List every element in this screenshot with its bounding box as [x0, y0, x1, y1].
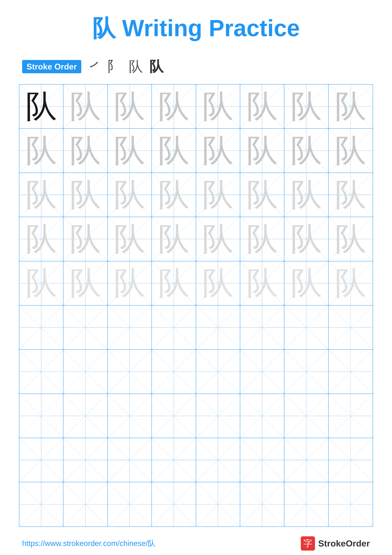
- practice-char: 队: [114, 135, 145, 167]
- grid-cell[interactable]: [240, 438, 284, 482]
- grid-cell[interactable]: [328, 482, 373, 526]
- grid-cell[interactable]: [196, 394, 240, 438]
- title-character: 队: [92, 15, 116, 41]
- svg-line-283: [284, 438, 328, 482]
- footer-url[interactable]: https://www.strokeorder.com/chinese/队: [22, 538, 156, 548]
- practice-char: 队: [291, 179, 322, 211]
- grid-cell[interactable]: [64, 394, 107, 438]
- svg-line-182: [240, 306, 284, 349]
- svg-line-275: [196, 438, 240, 482]
- svg-line-243: [196, 394, 240, 438]
- grid-cell[interactable]: [108, 482, 152, 526]
- grid-cell[interactable]: 队: [108, 173, 152, 217]
- grid-cell[interactable]: [19, 394, 64, 438]
- grid-cell[interactable]: 队: [64, 85, 107, 129]
- grid-cell[interactable]: 队: [328, 85, 373, 129]
- grid-cell[interactable]: 队: [284, 129, 328, 173]
- grid-cell[interactable]: 队: [284, 173, 328, 217]
- grid-cell[interactable]: 队: [64, 173, 107, 217]
- grid-row: 队 队 队 队 队 队 队: [19, 129, 373, 173]
- grid-cell[interactable]: 队: [64, 129, 107, 173]
- grid-cell[interactable]: 队: [108, 129, 152, 173]
- grid-cell[interactable]: [64, 350, 107, 394]
- grid-cell[interactable]: 队: [64, 261, 107, 306]
- grid-cell[interactable]: 队: [284, 261, 328, 306]
- grid-cell[interactable]: 队: [328, 217, 373, 261]
- grid-cell[interactable]: [284, 350, 328, 394]
- grid-cell[interactable]: [328, 394, 373, 438]
- grid-cell[interactable]: [64, 306, 107, 350]
- svg-line-259: [19, 438, 63, 482]
- grid-cell[interactable]: [284, 482, 328, 526]
- grid-cell[interactable]: [108, 438, 152, 482]
- grid-cell[interactable]: [240, 306, 284, 350]
- grid-cell[interactable]: [64, 482, 107, 526]
- grid-cell[interactable]: [108, 306, 152, 350]
- grid-cell[interactable]: [152, 482, 196, 526]
- grid-cell[interactable]: [19, 350, 64, 394]
- grid-cell[interactable]: 队: [108, 217, 152, 261]
- grid-cell[interactable]: 队: [240, 85, 284, 129]
- grid-cell[interactable]: [240, 482, 284, 526]
- grid-cell[interactable]: 队: [240, 217, 284, 261]
- grid-cell[interactable]: [108, 394, 152, 438]
- grid-cell[interactable]: 队: [196, 129, 240, 173]
- grid-cell[interactable]: 队: [196, 217, 240, 261]
- grid-cell[interactable]: [284, 438, 328, 482]
- grid-cell[interactable]: [240, 394, 284, 438]
- grid-cell[interactable]: 队: [328, 129, 373, 173]
- grid-cell[interactable]: [196, 306, 240, 350]
- grid-cell[interactable]: [196, 350, 240, 394]
- grid-cell[interactable]: 队: [64, 217, 107, 261]
- grid-cell[interactable]: [328, 438, 373, 482]
- grid-cell[interactable]: 队: [152, 129, 196, 173]
- grid-cell[interactable]: 队: [328, 173, 373, 217]
- grid-cell[interactable]: [152, 350, 196, 394]
- grid-cell[interactable]: [284, 394, 328, 438]
- grid-cell[interactable]: [284, 306, 328, 350]
- grid-cell[interactable]: 队: [240, 173, 284, 217]
- svg-line-271: [152, 438, 196, 482]
- svg-line-230: [64, 394, 107, 438]
- grid-cell[interactable]: 队: [240, 129, 284, 173]
- grid-cell[interactable]: 队: [284, 217, 328, 261]
- grid-cell[interactable]: 队: [152, 173, 196, 217]
- grid-cell[interactable]: [19, 306, 64, 350]
- grid-cell[interactable]: 队: [19, 85, 64, 129]
- grid-cell[interactable]: [108, 350, 152, 394]
- svg-line-303: [152, 482, 196, 526]
- grid-cell[interactable]: [240, 350, 284, 394]
- brand-icon: 字: [301, 536, 315, 551]
- practice-char: 队: [25, 267, 57, 299]
- grid-cell[interactable]: 队: [196, 173, 240, 217]
- practice-char: 队: [202, 223, 234, 255]
- grid-cell[interactable]: [196, 438, 240, 482]
- svg-line-291: [19, 482, 63, 526]
- grid-cell[interactable]: 队: [284, 85, 328, 129]
- grid-cell[interactable]: [196, 482, 240, 526]
- grid-cell[interactable]: 队: [19, 217, 64, 261]
- grid-cell[interactable]: [328, 306, 373, 350]
- grid-cell[interactable]: 队: [196, 85, 240, 129]
- grid-cell[interactable]: [328, 350, 373, 394]
- grid-cell[interactable]: 队: [328, 261, 373, 306]
- grid-cell[interactable]: [19, 482, 64, 526]
- grid-cell[interactable]: 队: [108, 85, 152, 129]
- grid-cell[interactable]: 队: [152, 261, 196, 306]
- grid-cell[interactable]: [64, 438, 107, 482]
- grid-cell[interactable]: 队: [19, 173, 64, 217]
- grid-cell[interactable]: 队: [108, 261, 152, 306]
- grid-cell[interactable]: [19, 438, 64, 482]
- grid-cell[interactable]: 队: [19, 261, 64, 306]
- grid-cell[interactable]: 队: [152, 217, 196, 261]
- svg-line-175: [152, 306, 196, 349]
- svg-line-298: [108, 482, 151, 526]
- practice-char: 队: [70, 91, 101, 122]
- grid-cell[interactable]: [152, 394, 196, 438]
- grid-cell[interactable]: [152, 306, 196, 350]
- grid-cell[interactable]: 队: [152, 85, 196, 129]
- grid-cell[interactable]: 队: [240, 261, 284, 306]
- grid-cell[interactable]: 队: [19, 129, 64, 173]
- grid-cell[interactable]: 队: [196, 261, 240, 306]
- grid-cell[interactable]: [152, 438, 196, 482]
